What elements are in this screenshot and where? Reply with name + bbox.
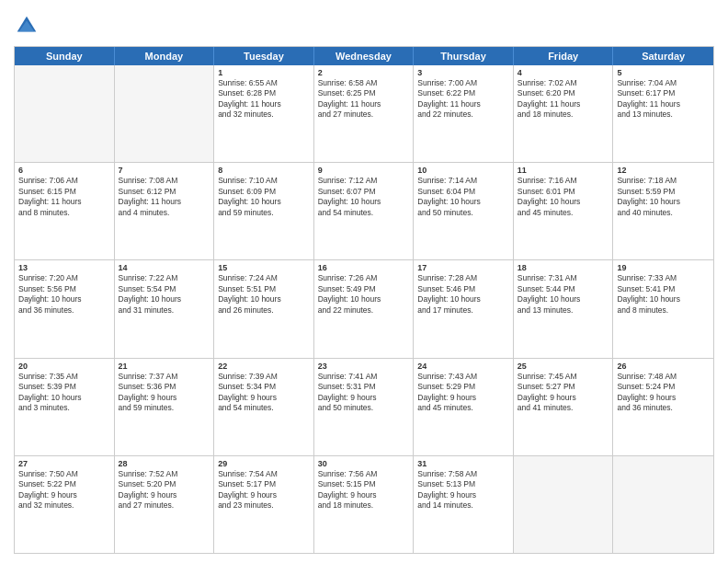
calendar-cell-11: 11Sunrise: 7:16 AMSunset: 6:01 PMDayligh…	[514, 163, 614, 259]
cell-line: Sunrise: 6:58 AM	[318, 78, 410, 88]
calendar-cell-15: 15Sunrise: 7:24 AMSunset: 5:51 PMDayligh…	[214, 260, 314, 357]
cell-line: and 54 minutes.	[218, 403, 310, 413]
cell-line: Sunset: 5:39 PM	[18, 382, 110, 392]
cell-line: Daylight: 10 hours	[318, 197, 410, 207]
cell-line: Sunset: 6:12 PM	[119, 187, 210, 197]
calendar-cell-31: 31Sunrise: 7:58 AMSunset: 5:13 PMDayligh…	[414, 456, 514, 553]
calendar-cell-29: 29Sunrise: 7:54 AMSunset: 5:17 PMDayligh…	[214, 456, 314, 553]
cell-line: and 13 minutes.	[518, 305, 609, 316]
cell-line: Sunset: 6:09 PM	[218, 187, 310, 197]
cell-line: Sunset: 6:20 PM	[518, 88, 609, 98]
cell-line: Daylight: 11 hours	[119, 197, 210, 207]
cell-line: Sunrise: 7:08 AM	[119, 176, 210, 186]
cell-line: Daylight: 10 hours	[417, 197, 509, 207]
cell-line: Sunrise: 7:41 AM	[318, 372, 410, 382]
calendar-header: SundayMondayTuesdayWednesdayThursdayFrid…	[15, 47, 713, 65]
cell-line: Daylight: 11 hours	[318, 99, 410, 109]
cell-line: Daylight: 10 hours	[218, 294, 310, 304]
calendar-cell-1: 1Sunrise: 6:55 AMSunset: 6:28 PMDaylight…	[214, 65, 314, 162]
cell-line: Sunrise: 7:31 AM	[518, 273, 609, 283]
cell-line: Sunrise: 7:12 AM	[318, 176, 410, 186]
cell-line: and 36 minutes.	[18, 305, 110, 316]
cell-line: Sunset: 6:28 PM	[218, 88, 310, 98]
calendar-row-4: 27Sunrise: 7:50 AMSunset: 5:22 PMDayligh…	[15, 456, 713, 553]
cell-line: Sunrise: 7:26 AM	[318, 273, 410, 283]
calendar-cell-empty	[115, 65, 215, 162]
calendar-cell-empty	[514, 456, 614, 553]
cell-line: and 40 minutes.	[617, 208, 710, 218]
header-day-friday: Friday	[514, 47, 614, 65]
cell-line: Sunset: 5:36 PM	[119, 382, 210, 392]
calendar-cell-18: 18Sunrise: 7:31 AMSunset: 5:44 PMDayligh…	[514, 260, 614, 357]
cell-line: Sunrise: 7:20 AM	[18, 273, 110, 283]
calendar-cell-19: 19Sunrise: 7:33 AMSunset: 5:41 PMDayligh…	[613, 260, 713, 357]
cell-line: Sunrise: 7:22 AM	[119, 273, 210, 283]
calendar-cell-5: 5Sunrise: 7:04 AMSunset: 6:17 PMDaylight…	[613, 65, 713, 162]
day-number: 11	[518, 166, 609, 175]
cell-line: Sunrise: 7:16 AM	[518, 176, 609, 186]
cell-line: and 22 minutes.	[318, 305, 410, 316]
cell-line: Sunrise: 7:04 AM	[617, 78, 710, 88]
cell-line: Sunset: 5:56 PM	[18, 284, 110, 294]
calendar: SundayMondayTuesdayWednesdayThursdayFrid…	[14, 46, 714, 554]
cell-line: Sunset: 5:49 PM	[318, 284, 410, 294]
cell-line: and 45 minutes.	[417, 403, 509, 413]
day-number: 18	[518, 263, 609, 272]
cell-line: Daylight: 11 hours	[417, 99, 509, 109]
cell-line: Daylight: 9 hours	[119, 393, 210, 403]
cell-line: Daylight: 9 hours	[218, 490, 310, 500]
day-number: 15	[218, 263, 310, 272]
cell-line: Sunset: 5:24 PM	[617, 382, 710, 392]
day-number: 22	[218, 362, 310, 371]
calendar-cell-21: 21Sunrise: 7:37 AMSunset: 5:36 PMDayligh…	[115, 359, 215, 455]
day-number: 30	[318, 459, 410, 468]
day-number: 28	[119, 459, 210, 468]
cell-line: Sunrise: 7:14 AM	[417, 176, 509, 186]
cell-line: Sunset: 5:15 PM	[318, 479, 410, 489]
cell-line: and 3 minutes.	[18, 403, 110, 413]
cell-line: Sunrise: 7:54 AM	[218, 469, 310, 479]
cell-line: Daylight: 10 hours	[218, 197, 310, 207]
calendar-cell-26: 26Sunrise: 7:48 AMSunset: 5:24 PMDayligh…	[613, 359, 713, 455]
cell-line: Daylight: 11 hours	[518, 99, 609, 109]
calendar-cell-9: 9Sunrise: 7:12 AMSunset: 6:07 PMDaylight…	[314, 163, 415, 259]
calendar-cell-14: 14Sunrise: 7:22 AMSunset: 5:54 PMDayligh…	[115, 260, 215, 357]
calendar-cell-22: 22Sunrise: 7:39 AMSunset: 5:34 PMDayligh…	[214, 359, 314, 455]
day-number: 31	[417, 459, 509, 468]
day-number: 27	[18, 459, 110, 468]
cell-line: Sunrise: 7:58 AM	[417, 469, 509, 479]
cell-line: and 22 minutes.	[417, 109, 509, 120]
cell-line: Daylight: 9 hours	[119, 490, 210, 500]
cell-line: and 17 minutes.	[417, 305, 509, 316]
cell-line: Sunset: 5:46 PM	[417, 284, 509, 294]
cell-line: Sunset: 5:27 PM	[518, 382, 609, 392]
calendar-cell-27: 27Sunrise: 7:50 AMSunset: 5:22 PMDayligh…	[15, 456, 115, 553]
cell-line: Sunset: 6:25 PM	[318, 88, 410, 98]
day-number: 14	[119, 263, 210, 272]
cell-line: Sunset: 6:22 PM	[417, 88, 509, 98]
cell-line: and 59 minutes.	[119, 403, 210, 413]
header-day-sunday: Sunday	[15, 47, 115, 65]
calendar-row-0: 1Sunrise: 6:55 AMSunset: 6:28 PMDaylight…	[15, 65, 713, 163]
cell-line: Sunrise: 7:02 AM	[518, 78, 609, 88]
calendar-cell-17: 17Sunrise: 7:28 AMSunset: 5:46 PMDayligh…	[414, 260, 514, 357]
cell-line: and 54 minutes.	[318, 208, 410, 218]
cell-line: and 27 minutes.	[119, 500, 210, 511]
calendar-cell-10: 10Sunrise: 7:14 AMSunset: 6:04 PMDayligh…	[414, 163, 514, 259]
cell-line: Sunrise: 7:10 AM	[218, 176, 310, 186]
cell-line: Daylight: 11 hours	[18, 197, 110, 207]
cell-line: Sunrise: 6:55 AM	[218, 78, 310, 88]
day-number: 6	[18, 166, 110, 175]
cell-line: Sunset: 6:01 PM	[518, 187, 609, 197]
day-number: 24	[417, 362, 509, 371]
calendar-cell-20: 20Sunrise: 7:35 AMSunset: 5:39 PMDayligh…	[15, 359, 115, 455]
calendar-cell-empty	[15, 65, 115, 162]
cell-line: Daylight: 9 hours	[318, 490, 410, 500]
calendar-cell-23: 23Sunrise: 7:41 AMSunset: 5:31 PMDayligh…	[314, 359, 415, 455]
cell-line: Daylight: 9 hours	[218, 393, 310, 403]
calendar-cell-25: 25Sunrise: 7:45 AMSunset: 5:27 PMDayligh…	[514, 359, 614, 455]
day-number: 10	[417, 166, 509, 175]
cell-line: Sunrise: 7:43 AM	[417, 372, 509, 382]
cell-line: Sunrise: 7:48 AM	[617, 372, 710, 382]
cell-line: Sunrise: 7:28 AM	[417, 273, 509, 283]
